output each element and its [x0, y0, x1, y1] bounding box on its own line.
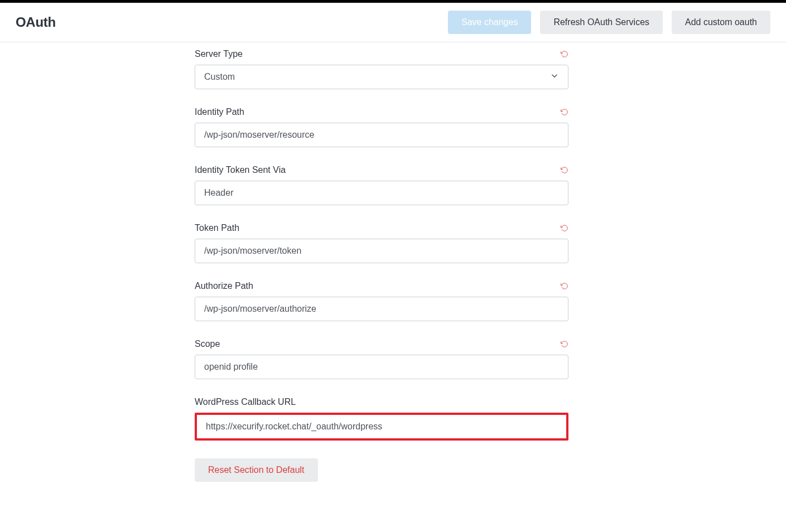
scope-label: Scope — [195, 339, 220, 349]
callback-url-input[interactable] — [195, 413, 568, 441]
reset-icon[interactable] — [561, 166, 568, 174]
token-path-input[interactable] — [195, 239, 568, 263]
server-type-label: Server Type — [195, 49, 243, 59]
save-changes-button[interactable]: Save changes — [448, 11, 531, 34]
token-path-field: Token Path — [195, 223, 568, 263]
page-header: OAuth Save changes Refresh OAuth Service… — [0, 3, 786, 42]
reset-section-button[interactable]: Reset Section to Default — [195, 458, 318, 482]
server-type-select[interactable]: Custom — [195, 65, 568, 89]
server-type-field: Server Type Custom — [195, 49, 568, 89]
authorize-path-field: Authorize Path — [195, 281, 568, 321]
page-title: OAuth — [16, 14, 56, 30]
identity-path-label: Identity Path — [195, 107, 244, 117]
reset-icon[interactable] — [561, 50, 568, 58]
refresh-oauth-button[interactable]: Refresh OAuth Services — [540, 11, 663, 34]
header-actions: Save changes Refresh OAuth Services Add … — [448, 11, 770, 34]
reset-icon[interactable] — [561, 224, 568, 232]
identity-path-field: Identity Path — [195, 107, 568, 147]
scope-field: Scope — [195, 339, 568, 379]
callback-url-field: WordPress Callback URL — [195, 397, 568, 441]
identity-path-input[interactable] — [195, 123, 568, 147]
settings-form: Server Type Custom Identity Path Identit… — [195, 42, 568, 504]
scope-input[interactable] — [195, 355, 568, 379]
identity-token-sent-via-input[interactable] — [195, 181, 568, 205]
reset-icon[interactable] — [561, 282, 568, 290]
authorize-path-input[interactable] — [195, 297, 568, 321]
identity-token-sent-via-field: Identity Token Sent Via — [195, 165, 568, 205]
authorize-path-label: Authorize Path — [195, 281, 253, 291]
reset-icon[interactable] — [561, 108, 568, 116]
token-path-label: Token Path — [195, 223, 239, 233]
add-custom-oauth-button[interactable]: Add custom oauth — [672, 11, 770, 34]
identity-token-sent-via-label: Identity Token Sent Via — [195, 165, 286, 175]
reset-icon[interactable] — [561, 340, 568, 348]
callback-url-label: WordPress Callback URL — [195, 397, 296, 407]
